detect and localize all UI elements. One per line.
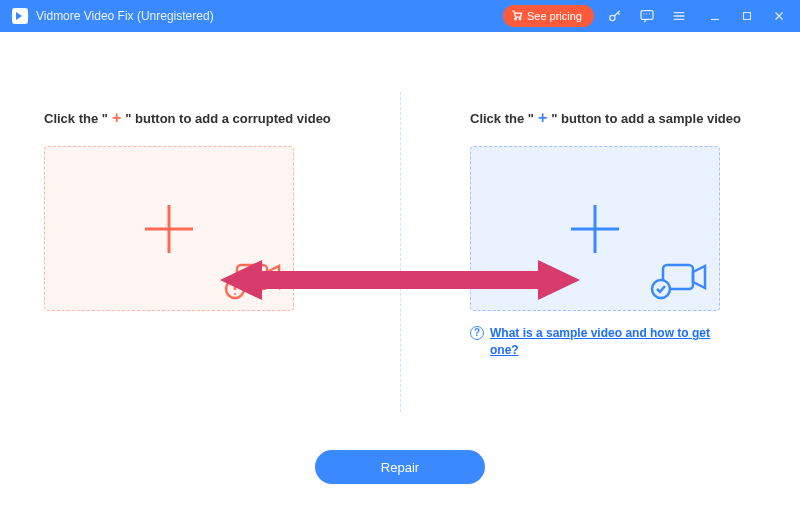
repair-label: Repair (381, 460, 419, 475)
sample-instruction: Click the " + " button to add a sample v… (470, 110, 750, 126)
titlebar: Vidmore Video Fix (Unregistered) See pri… (0, 0, 800, 32)
plus-icon: + (536, 110, 549, 126)
svg-point-1 (519, 18, 521, 20)
svg-point-10 (234, 293, 236, 295)
instr-text: Click the " (470, 111, 534, 126)
cart-icon (511, 9, 523, 23)
feedback-icon[interactable] (638, 7, 656, 25)
see-pricing-button[interactable]: See pricing (503, 5, 594, 27)
app-title: Vidmore Video Fix (Unregistered) (36, 9, 214, 23)
main-area: Click the " + " button to add a corrupte… (0, 32, 800, 512)
corrupted-instruction: Click the " + " button to add a corrupte… (44, 110, 356, 126)
sample-help-link[interactable]: What is a sample video and how to get on… (490, 325, 730, 359)
svg-rect-3 (641, 11, 653, 20)
help-icon: ? (470, 326, 484, 340)
key-icon[interactable] (606, 7, 624, 25)
center-divider (400, 92, 401, 412)
svg-point-2 (610, 15, 615, 20)
minimize-icon[interactable] (706, 7, 724, 25)
corrupted-video-pane: Click the " + " button to add a corrupte… (0, 32, 400, 512)
video-error-icon (223, 257, 285, 304)
svg-rect-4 (744, 13, 751, 20)
instr-text: " button to add a corrupted video (125, 111, 331, 126)
add-icon (565, 199, 625, 259)
svg-point-0 (515, 18, 517, 20)
app-logo-icon (12, 8, 28, 24)
sample-video-pane: Click the " + " button to add a sample v… (400, 32, 800, 512)
close-icon[interactable] (770, 7, 788, 25)
plus-icon: + (110, 110, 123, 126)
repair-button[interactable]: Repair (315, 450, 485, 484)
maximize-icon[interactable] (738, 7, 756, 25)
add-icon (139, 199, 199, 259)
menu-icon[interactable] (670, 7, 688, 25)
instr-text: " button to add a sample video (551, 111, 741, 126)
add-corrupted-video-dropzone[interactable] (44, 146, 294, 311)
video-ok-icon (649, 257, 711, 304)
sample-help: ? What is a sample video and how to get … (470, 325, 730, 359)
see-pricing-label: See pricing (527, 10, 582, 22)
add-sample-video-dropzone[interactable] (470, 146, 720, 311)
instr-text: Click the " (44, 111, 108, 126)
